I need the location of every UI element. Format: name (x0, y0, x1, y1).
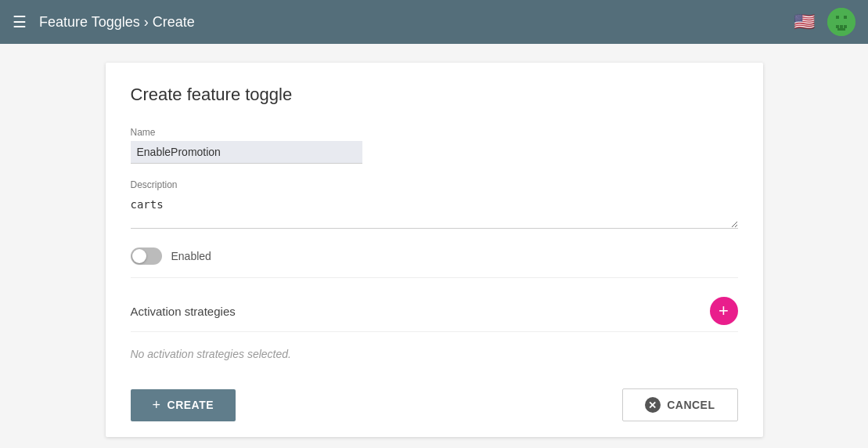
language-flag-icon[interactable]: 🇺🇸 (790, 12, 818, 32)
enabled-toggle-row: Enabled (131, 247, 738, 278)
card-title: Create feature toggle (131, 85, 738, 105)
no-strategies-message: No activation strategies selected. (131, 341, 738, 373)
create-button[interactable]: + CREATE (131, 389, 236, 421)
create-button-label: CREATE (167, 399, 214, 411)
strategies-header: Activation strategies + (131, 291, 738, 332)
add-strategy-icon: + (719, 302, 729, 320)
enabled-toggle[interactable] (131, 247, 162, 265)
name-label: Name (131, 127, 738, 138)
add-strategy-button[interactable]: + (710, 297, 738, 325)
cancel-button-label: CANCEL (667, 399, 715, 411)
strategies-title: Activation strategies (131, 305, 236, 318)
top-navigation: ☰ Feature Toggles › Create 🇺🇸 (0, 0, 868, 44)
name-input[interactable] (131, 141, 362, 164)
toggle-knob (132, 249, 146, 263)
nav-right: 🇺🇸 (790, 8, 855, 36)
svg-rect-6 (837, 28, 845, 31)
create-feature-toggle-card: Create feature toggle Name Description c… (106, 63, 763, 437)
svg-rect-3 (836, 25, 839, 28)
svg-rect-5 (844, 25, 847, 28)
description-label: Description (131, 179, 738, 190)
activation-strategies-section: Activation strategies + No activation st… (131, 291, 738, 373)
card-footer: + CREATE ✕ CANCEL (131, 379, 738, 437)
page-title: Feature Toggles › Create (39, 14, 777, 31)
description-field: Description carts (131, 179, 738, 232)
description-input[interactable]: carts (131, 193, 738, 229)
page-content: Create feature toggle Name Description c… (0, 44, 868, 448)
menu-icon[interactable]: ☰ (13, 13, 27, 31)
create-plus-icon: + (153, 397, 161, 414)
enabled-label: Enabled (171, 250, 211, 262)
svg-rect-4 (840, 25, 843, 28)
svg-rect-1 (836, 16, 839, 19)
svg-point-0 (827, 8, 855, 36)
cancel-x-icon: ✕ (645, 397, 661, 413)
name-field: Name (131, 127, 738, 164)
cancel-button[interactable]: ✕ CANCEL (622, 388, 737, 421)
svg-rect-2 (844, 16, 847, 19)
avatar[interactable] (827, 8, 855, 36)
